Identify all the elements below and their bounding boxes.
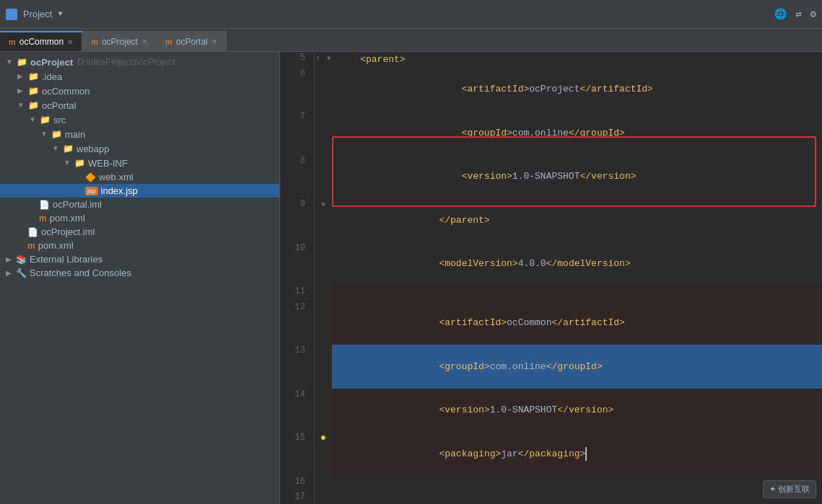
tab-ocProject-close[interactable]: ✕ [141,37,147,45]
sidebar-label-main: main [65,129,85,140]
sidebar-tree: 📁 ocProject D:\IdeaProjects\ocProject 📁 … [0,52,279,504]
line-gutter-5: ↑ ▼ [315,52,332,68]
gutter-warning-dot: ● [320,432,326,443]
line-number-7: 7 [280,111,315,155]
sidebar-item-pom-root[interactable]: m pom.xml [0,239,279,252]
arrow-down-icon-6 [64,159,72,167]
folder-icon-main: 📁 [51,128,62,140]
sidebar-item-webxml[interactable]: 🔶 web.xml [0,170,279,184]
code-line-13: 13 <groupId>com.online</groupId> [280,345,822,389]
sidebar-label-ocProject-iml: ocProject.iml [41,226,95,237]
watermark-icon: ✦ [769,485,776,493]
line-gutter-14 [315,389,332,433]
sidebar-label-idea: .idea [42,71,62,82]
code-line-10: 10 <modelVersion>4.0.0</modelVersion> [280,242,822,286]
code-line-11: 11 [280,286,822,301]
gutter-fold-icon[interactable]: ▼ [327,55,331,63]
line-content-6: <artifactId>ocProject</artifactId> [332,68,822,112]
arrow-right-icon [17,72,26,81]
project-icon [6,9,17,20]
xml-tag-open: <artifactId> [462,84,530,94]
sidebar-item-scratches[interactable]: 🔧 Scratches and Consoles [0,266,279,280]
sidebar-item-ext-libraries[interactable]: 📚 External Libraries [0,252,279,266]
line-gutter-9: ▼ [315,198,332,242]
line-number-12: 12 [280,301,315,345]
sidebar-item-ocProject-iml[interactable]: 📄 ocProject.iml [0,225,279,239]
line-content-9: </parent> [332,198,822,242]
arrow-spacer [75,173,84,182]
line-number-17: 17 [280,491,315,504]
line-number-6: 6 [280,68,315,112]
arrow-down-icon-2 [17,101,26,110]
tab-ocPortal-close[interactable]: ✕ [211,37,217,45]
line-content-8: <version>1.0-SNAPSHOT</version> [332,155,822,199]
sidebar-label-webinf: WEB-INF [88,158,128,169]
sidebar-path-ocProject: D:\IdeaProjects\ocProject [77,57,175,67]
sidebar-item-ocCommon[interactable]: 📁 ocCommon [0,84,279,98]
tab-ocProject-label: ocProject [102,37,138,47]
line-gutter-15: ● [315,432,332,476]
tab-ocProject[interactable]: m ocProject ✕ [82,31,157,51]
line-number-9: 9 [280,198,315,242]
line-number-15: 15 [280,432,315,476]
code-line-14: 14 <version>1.0-SNAPSHOT</version> [280,389,822,433]
tab-ocCommon-close[interactable]: ✕ [67,38,73,46]
file-icon-pom-ocPortal: m [39,213,47,224]
sidebar-item-webinf[interactable]: 📁 WEB-INF [0,156,279,170]
sidebar-label-ocProject: ocProject [30,57,73,68]
folder-icon: 📁 [16,56,27,68]
sidebar-item-ocPortal-iml[interactable]: 📄 ocPortal.iml [0,198,279,211]
folder-icon-idea: 📁 [27,71,39,82]
sidebar-item-webapp[interactable]: 📁 webapp [0,141,279,156]
scratches-icon: 🔧 [16,268,27,278]
arrow-down-icon-3 [29,115,38,124]
gutter-fold-9[interactable]: ▼ [321,201,325,209]
line-gutter-11 [315,286,332,301]
file-icon-pom-root: m [27,241,35,251]
folder-icon-webinf: 📁 [74,157,85,169]
tab-ocCommon[interactable]: m ocCommon ✕ [0,31,82,51]
xml-text-value: ocProject [529,84,580,94]
code-line-16: 16 [280,476,822,492]
sidebar-label-ocPortal: ocPortal [42,100,76,111]
file-icon-indexjsp: jsp [85,187,98,195]
globe-icon[interactable]: 🌐 [774,8,787,20]
code-line-9: 9 ▼ </parent> [280,198,822,242]
sidebar-item-main[interactable]: 📁 main [0,127,279,141]
line-number-13: 13 [280,345,315,389]
sidebar-label-pom-ocPortal: pom.xml [50,213,85,224]
line-content-7: <groupId>com.online</groupId> [332,111,822,155]
arrow-down-icon-4 [40,130,49,138]
sidebar-item-indexjsp[interactable]: jsp index.jsp [0,184,279,198]
line-gutter-10 [315,242,332,286]
settings-icon[interactable]: ⚙ [810,8,816,20]
editor: 5 ↑ ▼ <parent> 6 <artifactId>ocProje [280,52,822,504]
sidebar-label-ext-libraries: External Libraries [30,254,102,265]
top-bar: Project ▼ 🌐 ⇄ ⚙ [0,0,822,29]
tab-ocPortal[interactable]: m ocPortal ✕ [157,31,227,51]
folder-icon-ocCommon: 📁 [27,85,39,97]
watermark-text: 创新互联 [778,485,810,493]
toolbar-icons: 🌐 ⇄ ⚙ [774,8,816,20]
transfer-icon[interactable]: ⇄ [795,8,801,20]
line-number-11: 11 [280,286,315,301]
file-icon-webxml: 🔶 [85,172,96,182]
sidebar-item-idea[interactable]: 📁 .idea [0,69,279,84]
project-dropdown-icon[interactable]: ▼ [58,10,62,18]
line-gutter-16 [315,476,332,492]
sidebar-item-ocPortal[interactable]: 📁 ocPortal [0,98,279,112]
line-content-17: <name>ocCommon</name> [332,491,822,504]
line-content-11 [332,286,822,301]
project-title[interactable]: Project [23,9,52,19]
editor-content[interactable]: 5 ↑ ▼ <parent> 6 <artifactId>ocProje [280,52,822,504]
tab-ocCommon-label: ocCommon [19,37,64,47]
sidebar-label-ocCommon: ocCommon [42,86,89,97]
sidebar-label-webapp: webapp [76,143,110,154]
arrow-spacer-5 [17,228,26,236]
sidebar-item-src[interactable]: 📁 src [0,112,279,127]
sidebar-item-ocProject-root[interactable]: 📁 ocProject D:\IdeaProjects\ocProject [0,55,279,69]
line-content-12: <artifactId>ocCommon</artifactId> [332,301,822,345]
watermark: ✦ 创新互联 [763,480,816,498]
arrow-right-scratches [6,269,14,278]
sidebar-item-pom-ocPortal[interactable]: m pom.xml [0,211,279,225]
